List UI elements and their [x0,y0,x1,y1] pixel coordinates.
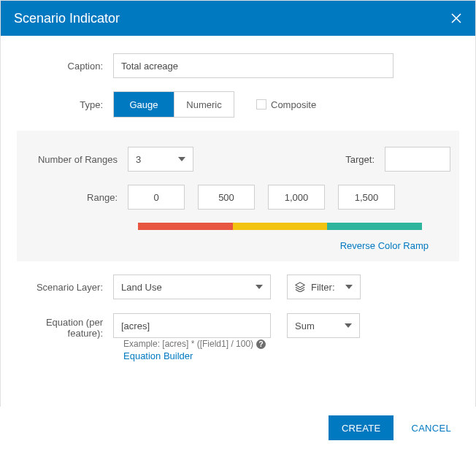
layers-icon [295,282,305,292]
reverse-color-ramp-link[interactable]: Reverse Color Ramp [26,240,429,251]
type-label: Type: [26,99,113,110]
filter-button[interactable]: Filter: [287,275,361,299]
equation-builder-link[interactable]: Equation Builder [123,350,450,361]
equation-label: Equation (per feature): [26,312,113,339]
range-label: Range: [26,192,128,203]
chevron-down-icon [256,285,263,289]
close-icon[interactable] [450,12,462,24]
type-option-numeric[interactable]: Numeric [174,92,234,117]
range-stop-3[interactable] [338,185,395,210]
range-stop-1[interactable] [198,185,255,210]
num-ranges-label: Number of Ranges [26,154,128,165]
filter-label: Filter: [311,282,335,293]
ramp-segment-2 [233,223,328,230]
create-button[interactable]: CREATE [329,415,394,440]
ramp-segment-3 [327,223,422,230]
checkbox-icon [256,99,266,110]
range-stop-0[interactable] [128,185,185,210]
color-ramp [138,223,422,230]
scenario-layer-label: Scenario Layer: [26,282,113,293]
ranges-panel: Number of Ranges 3 Target: Range: [17,131,459,261]
ramp-segment-1 [138,223,233,230]
num-ranges-value: 3 [136,154,141,165]
caption-input[interactable] [113,53,394,78]
num-ranges-select[interactable]: 3 [128,147,193,172]
scenario-layer-select[interactable]: Land Use [113,275,271,299]
chevron-down-icon [345,285,353,289]
dialog-footer: CREATE CANCEL [0,407,476,449]
dialog-titlebar: Scenario Indicator [1,1,475,36]
aggregation-value: Sum [295,321,315,331]
help-icon[interactable]: ? [256,339,266,349]
type-option-gauge[interactable]: Gauge [114,92,174,117]
dialog-body: Caption: Type: Gauge Numeric Composite N… [1,36,475,361]
composite-checkbox[interactable]: Composite [256,99,316,110]
chevron-down-icon [178,157,185,161]
equation-example: Example: [acres] * ([Field1] / 100) ? [123,339,450,349]
range-stop-2[interactable] [268,185,325,210]
aggregation-select[interactable]: Sum [287,313,360,338]
equation-input[interactable] [113,313,271,338]
type-toggle: Gauge Numeric [113,91,234,118]
target-label: Target: [345,154,375,165]
target-input[interactable] [385,147,450,172]
dialog-title: Scenario Indicator [14,11,120,26]
caption-label: Caption: [26,61,113,72]
composite-label: Composite [271,99,316,110]
chevron-down-icon [345,323,352,328]
scenario-layer-value: Land Use [121,282,162,293]
cancel-button[interactable]: CANCEL [407,422,456,434]
